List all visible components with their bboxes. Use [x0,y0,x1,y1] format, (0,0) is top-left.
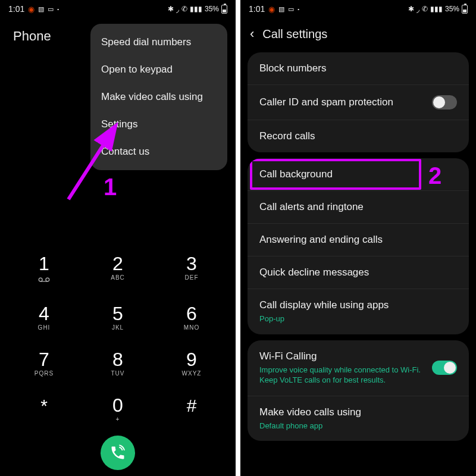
bluetooth-icon: ✱ [168,5,174,13]
dial-key-5[interactable]: 5JKL [81,296,155,342]
call-button[interactable] [101,436,135,470]
dial-key-9[interactable]: 9WXYZ [155,342,228,387]
battery-icon [221,5,227,14]
row-wifi-calling[interactable]: Wi-Fi Calling Improve voice quality whil… [248,340,469,396]
dial-key-1[interactable]: 1 [7,246,81,296]
row-quick-decline[interactable]: Quick decline messages [248,256,469,289]
dial-key-7[interactable]: 7PQRS [7,342,81,387]
row-label: Answering and ending calls [259,234,457,246]
dial-key-8[interactable]: 8TUV [81,342,155,387]
row-record-calls[interactable]: Record calls [248,120,469,152]
row-answering-ending[interactable]: Answering and ending calls [248,223,469,256]
dial-key-0[interactable]: 0+ [81,387,155,433]
settings-group-3: Wi-Fi Calling Improve voice quality whil… [248,340,469,441]
svg-point-1 [39,278,42,281]
menu-item-open-keypad[interactable]: Open to keypad [90,56,227,83]
menu-item-contact-us[interactable]: Contact us [90,138,227,165]
image-notification-icon: ▧ [278,5,284,13]
more-notifications-dot: • [57,7,59,12]
dial-key-3[interactable]: 3DEF [155,246,228,296]
volte-icon: ✆ [422,5,428,13]
bluetooth-icon: ✱ [408,5,414,13]
row-label: Call background [259,168,457,180]
signal-icon: ▮▮▮ [190,5,202,13]
row-caller-id-spam[interactable]: Caller ID and spam protection [248,84,469,120]
menu-item-video-calls[interactable]: Make video calls using [90,83,227,111]
battery-text: 35% [445,5,459,13]
voicemail-icon [38,274,50,285]
phone-app-screen: 1:01 ◉ ▧ ▭ • ✱ ◞ ✆ ▮▮▮ 35% Phone Speed d… [0,0,236,476]
chat-notification-icon: ▭ [48,5,54,13]
row-label: Quick decline messages [259,267,457,278]
wifi-icon: ◞ [416,5,419,14]
annotation-step-2: 2 [428,162,441,189]
dial-key-hash[interactable]: # [155,387,228,433]
row-block-numbers[interactable]: Block numbers [248,52,469,84]
annotation-step-1: 1 [104,174,117,201]
wifi-calling-toggle[interactable] [432,361,457,375]
svg-point-2 [46,278,49,281]
row-call-alerts-ringtone[interactable]: Call alerts and ringtone [248,190,469,223]
row-sublabel: Pop-up [259,314,457,324]
chat-notification-icon: ▭ [288,5,294,13]
dial-key-6[interactable]: 6MNO [155,296,228,342]
row-label: Call display while using apps Pop-up [259,299,457,324]
status-time: 1:01 [8,4,24,14]
status-bar: 1:01 ◉ ▧ ▭ • ✱ ◞ ✆ ▮▮▮ 35% [240,0,476,18]
wifi-call-icon [109,444,126,461]
row-label: Caller ID and spam protection [259,96,432,108]
notification-icon: ◉ [268,5,275,14]
row-label: Call alerts and ringtone [259,201,457,213]
caller-id-toggle[interactable] [432,95,457,109]
back-button[interactable]: ‹ [250,26,254,42]
status-bar: 1:01 ◉ ▧ ▭ • ✱ ◞ ✆ ▮▮▮ 35% [0,0,236,18]
row-label: Make video calls using Default phone app [259,406,457,431]
dial-key-star[interactable]: * [7,387,81,433]
notification-icon: ◉ [28,5,35,14]
battery-text: 35% [205,5,219,13]
call-settings-screen: 1:01 ◉ ▧ ▭ • ✱ ◞ ✆ ▮▮▮ 35% ‹ Call settin… [240,0,476,476]
row-label: Record calls [259,130,457,142]
row-sublabel: Default phone app [259,421,457,431]
volte-icon: ✆ [181,5,187,13]
row-call-display-apps[interactable]: Call display while using apps Pop-up [248,289,469,334]
more-notifications-dot: • [298,7,299,12]
row-sublabel: Improve voice quality while connected to… [259,365,432,386]
image-notification-icon: ▧ [38,5,44,13]
status-time: 1:01 [249,4,265,14]
header: ‹ Call settings [240,18,476,46]
row-make-video-calls[interactable]: Make video calls using Default phone app [248,396,469,441]
dial-key-2[interactable]: 2ABC [81,246,155,296]
menu-item-settings[interactable]: Settings [90,111,227,138]
menu-item-speed-dial[interactable]: Speed dial numbers [90,29,227,56]
dial-key-4[interactable]: 4GHI [7,296,81,342]
wifi-icon: ◞ [176,5,179,14]
battery-icon [462,5,468,14]
settings-group-1: Block numbers Caller ID and spam protect… [248,52,469,152]
row-label: Wi-Fi Calling Improve voice quality whil… [259,350,432,386]
signal-icon: ▮▮▮ [430,5,443,13]
row-label: Block numbers [259,62,457,74]
dialer-keypad: 1 2ABC 3DEF 4GHI 5JKL 6MNO 7PQRS 8TUV 9W… [0,246,236,476]
page-title: Call settings [262,27,327,41]
overflow-menu: Speed dial numbers Open to keypad Make v… [90,24,227,170]
